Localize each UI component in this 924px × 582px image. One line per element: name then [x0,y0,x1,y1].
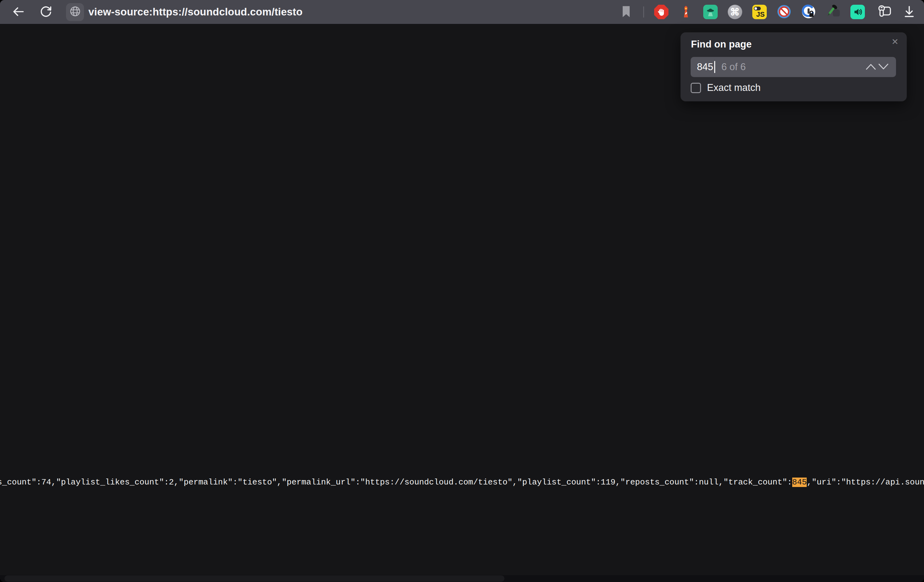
eyedropper-icon [826,4,840,20]
find-on-page-panel: Find on page ✕ 845 6 of 6 Exact match [681,32,907,101]
extension-ufo[interactable] [703,5,718,20]
find-query-text: 845 [697,61,713,73]
browser-window: view-source:https://soundcloud.com/tiest… [0,0,924,582]
tab-manager-button[interactable] [877,5,892,20]
command-icon: ⌘ [728,5,742,19]
speaker-icon [850,5,865,19]
page-content: s_count":74,"playlist_likes_count":2,"pe… [0,24,924,582]
extension-adblock[interactable] [654,5,668,20]
exact-match-label: Exact match [707,82,761,93]
exact-match-row: Exact match [691,82,761,93]
js-toggle-icon: JS [752,5,767,19]
find-panel-title: Find on page [691,39,752,50]
next-match-button[interactable] [877,61,890,73]
ufo-icon [703,5,718,19]
toolbar-right-icons: ⌘ JS [619,0,916,24]
close-icon[interactable]: ✕ [890,36,900,48]
chevron-down-icon [878,63,889,71]
globe-icon [69,5,81,18]
find-match-highlight: 845 [792,478,807,487]
extension-js-toggle[interactable]: JS [752,5,767,20]
back-button[interactable] [11,4,26,20]
toggle-icon [754,7,761,10]
chevron-up-icon [866,63,876,71]
extension-password-lock[interactable] [801,5,816,20]
exact-match-checkbox[interactable] [691,83,701,93]
extension-color-picker[interactable] [825,5,840,20]
site-favicon-chip [66,3,84,21]
reload-icon [39,5,53,20]
extension-audio[interactable] [850,5,865,20]
tabs-key-icon [876,3,893,21]
lock-circle-icon [801,4,816,20]
adblock-hand-icon [654,5,668,19]
extension-shortcuts[interactable]: ⌘ [728,5,742,20]
url-text: view-source:https://soundcloud.com/tiest… [88,6,302,18]
horizontal-scrollbar-thumb[interactable] [4,575,505,582]
previous-match-button[interactable] [865,61,877,73]
source-text-before: s_count":74,"playlist_likes_count":2,"pe… [0,478,792,487]
reload-button[interactable] [38,4,53,20]
horizontal-scrollbar-track[interactable] [0,575,924,582]
address-bar[interactable]: view-source:https://soundcloud.com/tiest… [53,3,302,21]
browser-toolbar: view-source:https://soundcloud.com/tiest… [0,0,924,24]
text-caret [714,61,715,73]
source-code-line: s_count":74,"playlist_likes_count":2,"pe… [0,477,924,488]
downloads-button[interactable] [902,5,916,20]
bookmark-button[interactable] [619,5,634,20]
download-icon [902,4,916,20]
js-badge-label: JS [756,10,765,18]
extension-lighthouse[interactable] [678,5,693,20]
bookmark-icon [622,6,631,18]
match-counter: 6 of 6 [721,61,746,73]
extension-content-blocker[interactable] [777,5,791,20]
lighthouse-icon [680,5,692,20]
find-search-input[interactable]: 845 6 of 6 [691,57,896,77]
toolbar-separator [643,6,644,18]
source-text-after: ,"uri":"https://api.soun [807,478,924,487]
back-arrow-icon [12,5,25,20]
no-entry-icon [777,4,791,20]
